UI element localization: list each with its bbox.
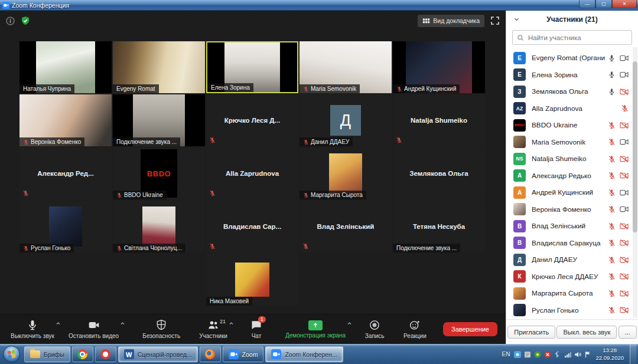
toolbar-chat-button[interactable]: 1Чат	[239, 316, 274, 343]
av-status	[605, 306, 629, 314]
opera-icon	[100, 349, 110, 359]
muted-mic-icon	[303, 86, 309, 92]
chevron-down-icon[interactable]	[513, 16, 520, 22]
video-tile: Маргарита Сырота	[300, 147, 392, 199]
participant-row[interactable]: NSNatalja Shumeiko	[506, 150, 632, 168]
participant-row[interactable]: ВВладислав Саракуца	[506, 235, 632, 252]
toolbar-mute-button[interactable]: Выключить звук	[4, 316, 61, 343]
video-tile: Влад Зелінський	[300, 201, 392, 252]
video-tile: Александр Ред...	[19, 147, 112, 199]
participant-name: Землякова Ольга	[406, 170, 471, 177]
camera-off-icon	[620, 155, 629, 163]
taskbar-item-word[interactable]: WСценарій-провед...	[118, 346, 198, 362]
clock-date: 22.09.2020	[595, 355, 624, 362]
toolbar-share-button[interactable]: Демонстрация экрана	[278, 316, 353, 343]
chevron-up-icon[interactable]	[229, 321, 234, 326]
taskbar-item-firefox[interactable]	[200, 346, 221, 362]
av-status	[605, 138, 629, 146]
toolbar-security-button[interactable]: Безопасность	[135, 316, 187, 343]
toolbar-record-button[interactable]: Запись	[357, 316, 392, 343]
participant-row[interactable]: Maria Semovonik	[506, 134, 632, 151]
participant-row[interactable]: AАндрей Кущинский	[506, 184, 632, 201]
participant-row[interactable]: AАлександр Редько	[506, 168, 632, 185]
taskbar-item-opera[interactable]	[95, 346, 116, 362]
participants-footer: ПригласитьВыкл. весь звук...	[506, 319, 638, 344]
participant-avatar: E	[513, 52, 526, 64]
start-button[interactable]	[0, 345, 22, 364]
invite-button[interactable]: Пригласить	[507, 326, 555, 339]
participants-panel: Участники (21) EEvgeny Romat (Организато…	[506, 11, 638, 344]
search-input[interactable]	[527, 34, 627, 42]
folder-icon	[30, 350, 40, 358]
camera-icon	[88, 319, 100, 331]
mic-icon	[27, 319, 38, 331]
participant-row[interactable]: Вероніка Фоменко	[506, 201, 632, 218]
video-tile: ДДанил ДДАЕУ	[300, 94, 392, 146]
speaker-view-button[interactable]: Вид докладчика	[418, 15, 484, 27]
taskbar-item-zoom-meeting[interactable]: Zoom Конферен...	[265, 346, 343, 362]
more-button[interactable]: ...	[619, 326, 637, 339]
im-app-icon[interactable]	[514, 351, 521, 358]
participant-name: Александр Редько	[532, 172, 605, 180]
toolbar-reactions-button[interactable]: Реакции	[396, 316, 434, 343]
participant-name: Владислав Сар...	[220, 223, 285, 230]
participant-row[interactable]: ККрючко Леся ДДАЕУ	[506, 268, 632, 286]
end-meeting-button[interactable]: Завершение	[443, 322, 497, 336]
encryption-shield-icon[interactable]	[21, 16, 30, 25]
audio-connecting-label: Подключение звука ...	[393, 244, 460, 252]
minimize-button[interactable]: —	[579, 0, 595, 8]
bluetooth-icon[interactable]	[554, 351, 561, 358]
mic-muted-icon	[608, 155, 616, 163]
participant-row[interactable]: ДДанил ДДАЕУ	[506, 251, 632, 268]
alert-icon[interactable]	[544, 351, 551, 358]
toolbar-participants-button[interactable]: 21Участники	[192, 316, 235, 343]
fullscreen-icon[interactable]	[490, 16, 500, 25]
chat-badge: 1	[258, 316, 266, 323]
participant-row[interactable]: BBDOBBDO Ukraine	[506, 117, 632, 134]
meeting-info-icon[interactable]	[6, 17, 15, 25]
participant-row[interactable]: EЕлена Зорина	[506, 67, 632, 84]
camera-on-icon	[620, 189, 629, 196]
action-center-icon[interactable]	[584, 351, 591, 358]
antivirus-icon[interactable]	[534, 351, 541, 358]
av-status	[605, 273, 629, 280]
chevron-up-icon[interactable]	[120, 321, 125, 326]
language-indicator[interactable]: EN	[502, 351, 510, 358]
chevron-up-icon[interactable]	[56, 321, 61, 326]
participant-row[interactable]: Руслан Гонько	[506, 302, 632, 319]
volume-icon[interactable]	[574, 351, 581, 358]
chevron-up-icon[interactable]	[347, 321, 352, 326]
mute-all-button[interactable]: Выкл. весь звук	[556, 326, 617, 339]
taskbar-item-zoom-home[interactable]: Zoom	[223, 346, 264, 362]
participant-avatar: В	[513, 237, 526, 249]
toolbar-video-button[interactable]: Остановить видео	[61, 316, 126, 343]
participant-row[interactable]: Маргарита Сырота	[506, 285, 632, 302]
taskbar-item-chrome[interactable]	[72, 346, 93, 362]
show-desktop-button[interactable]	[630, 345, 636, 364]
video-tile: Крючко Леся Д...	[206, 94, 298, 146]
scrollbar-thumb[interactable]	[633, 61, 637, 232]
participant-name: Данил ДДАЕУ	[532, 255, 605, 264]
profile-photo	[235, 263, 269, 297]
participant-row[interactable]: ВВлад Зелінський	[506, 218, 632, 235]
mic-muted-icon	[621, 104, 629, 112]
window-titlebar: Zoom Конференция — ▢ ✕	[0, 0, 638, 11]
participant-name: Владислав Саракуца	[532, 239, 605, 247]
name-label: Наталья Чуприна	[19, 84, 74, 93]
participant-avatar: NS	[513, 153, 526, 165]
participant-row[interactable]: AZAlla Zaprudnova	[506, 100, 632, 117]
video-tile: Руслан Гонько	[19, 201, 112, 252]
close-button[interactable]: ✕	[612, 0, 637, 8]
maximize-button[interactable]: ▢	[595, 0, 612, 8]
participant-row[interactable]: EEvgeny Romat (Организатор, я)	[506, 50, 632, 67]
button-label: Запись	[365, 333, 385, 339]
chrome-icon	[77, 349, 87, 359]
button-label: Безопасность	[142, 333, 180, 339]
participant-row[interactable]: ЗЗемлякова Ольга	[506, 83, 632, 100]
taskbar-clock[interactable]: 13:28 22.09.2020	[595, 347, 624, 362]
participants-scrollbar[interactable]	[633, 47, 637, 318]
taskbar-item-folder[interactable]: Брифы	[24, 346, 70, 362]
clipboard-icon[interactable]	[524, 351, 531, 358]
network-icon[interactable]	[564, 351, 571, 358]
profile-photo	[49, 206, 82, 247]
